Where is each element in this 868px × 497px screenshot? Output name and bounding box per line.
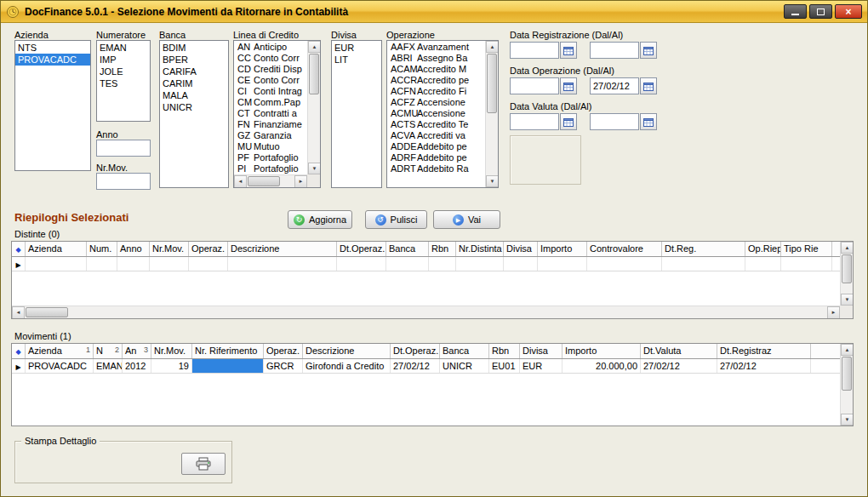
horizontal-scrollbar[interactable]: ◄ ► — [12, 306, 840, 318]
column-header[interactable]: Dt.Reg. — [662, 242, 745, 256]
scroll-down-button[interactable]: ▼ — [486, 175, 499, 187]
table-cell[interactable] — [456, 257, 504, 271]
list-item[interactable]: TES — [97, 77, 150, 89]
column-header[interactable]: Divisa — [520, 344, 562, 358]
column-header[interactable]: Op.Riep. — [745, 242, 781, 256]
data-registrazione-al-input[interactable] — [590, 42, 639, 59]
table-cell[interactable] — [429, 257, 456, 271]
scroll-up-button[interactable]: ▲ — [486, 41, 499, 53]
list-item[interactable]: ACFNAccredito Fi — [388, 86, 484, 97]
column-header[interactable]: Tipo Rie — [781, 242, 832, 256]
data-valuta-dal-input[interactable] — [510, 113, 559, 130]
column-header[interactable]: Divisa — [504, 242, 538, 256]
data-operazione-dal-input[interactable] — [510, 77, 559, 94]
list-item[interactable]: CTContratti a — [235, 108, 306, 119]
scroll-left-button[interactable]: ◄ — [234, 175, 247, 188]
scroll-down-button[interactable]: ▼ — [841, 294, 854, 306]
table-cell[interactable] — [150, 257, 189, 271]
table-cell[interactable]: GRCR — [264, 359, 303, 373]
operazione-listbox[interactable]: AAFXAvanzament ABRIAssegno Ba ACAMAccred… — [386, 40, 499, 188]
column-header[interactable]: Operaz. — [264, 344, 303, 358]
column-header[interactable]: Dt.Registraz — [717, 344, 811, 358]
table-cell[interactable]: Girofondi a Credito — [303, 359, 391, 373]
list-item[interactable]: UNICR — [160, 101, 228, 113]
table-row[interactable]: ▶ PROVACADC EMAN 2012 19 GRCR Girofondi … — [12, 359, 840, 374]
column-header[interactable]: Operaz. — [189, 242, 228, 256]
table-cell[interactable] — [189, 257, 228, 271]
table-cell[interactable]: 19 — [151, 359, 192, 373]
nr-mov-input[interactable] — [96, 173, 151, 190]
column-header[interactable]: Importo — [562, 344, 641, 358]
data-operazione-al-input[interactable] — [590, 77, 639, 94]
column-header[interactable]: Nr.Distinta — [456, 242, 504, 256]
table-cell[interactable]: EMAN — [94, 359, 123, 373]
table-cell[interactable]: 27/02/12 — [391, 359, 440, 373]
column-header[interactable]: Nr. Riferimento — [192, 344, 264, 358]
table-cell[interactable] — [386, 257, 429, 271]
column-header[interactable]: Dt.Valuta — [641, 344, 717, 358]
list-item[interactable]: IMP — [97, 54, 150, 66]
banca-listbox[interactable]: BDIM BPER CARIFA CARIM MALA UNICR — [159, 40, 229, 188]
list-item[interactable]: AAFXAvanzament — [388, 42, 484, 53]
vertical-scrollbar[interactable]: ▲ ▼ — [840, 242, 853, 306]
table-cell-selected[interactable] — [192, 359, 264, 373]
column-header[interactable]: Num. — [87, 242, 117, 256]
list-item[interactable]: ACAMAccredito M — [388, 64, 484, 75]
scroll-left-button[interactable]: ◄ — [12, 306, 25, 319]
vai-button[interactable]: ▶ Vai — [433, 210, 500, 229]
data-operazione-al-calendar-button[interactable] — [640, 77, 657, 94]
list-item[interactable]: PFPortafoglio — [235, 152, 306, 163]
minimize-button[interactable] — [784, 4, 807, 19]
table-cell[interactable]: EU01 — [489, 359, 520, 373]
column-header[interactable]: An3 — [123, 344, 151, 358]
scrollbar-thumb[interactable] — [842, 357, 852, 391]
vertical-scrollbar[interactable]: ▲ ▼ — [485, 41, 498, 187]
scrollbar-thumb[interactable] — [487, 54, 497, 113]
column-header[interactable]: Nr.Mov. — [150, 242, 189, 256]
list-item[interactable]: JOLE — [97, 66, 150, 77]
column-header[interactable]: N2 — [94, 344, 123, 358]
table-cell[interactable]: EUR — [520, 359, 562, 373]
data-valuta-dal-calendar-button[interactable] — [560, 113, 577, 130]
table-cell[interactable] — [587, 257, 662, 271]
data-valuta-al-calendar-button[interactable] — [640, 113, 657, 130]
list-item-selected[interactable]: PROVACADC — [15, 54, 90, 66]
table-cell[interactable]: 2012 — [123, 359, 151, 373]
table-cell[interactable] — [781, 257, 832, 271]
azienda-listbox[interactable]: NTS PROVACADC — [14, 40, 91, 171]
scrollbar-thumb[interactable] — [842, 254, 852, 283]
table-cell[interactable] — [117, 257, 150, 271]
scroll-right-button[interactable]: ► — [827, 306, 840, 319]
scroll-right-button[interactable]: ► — [294, 175, 307, 188]
print-button[interactable] — [181, 453, 226, 475]
column-header[interactable]: Descrizione — [228, 242, 337, 256]
column-header[interactable]: Rbn — [429, 242, 456, 256]
list-item[interactable]: CEConto Corr — [235, 75, 306, 86]
table-cell[interactable] — [504, 257, 538, 271]
table-cell[interactable] — [228, 257, 337, 271]
table-cell[interactable]: PROVACADC — [26, 359, 94, 373]
data-operazione-dal-calendar-button[interactable] — [560, 77, 577, 94]
scroll-up-button[interactable]: ▲ — [841, 344, 854, 356]
table-cell[interactable] — [337, 257, 386, 271]
list-item[interactable]: FNFinanziame — [235, 119, 306, 130]
list-item[interactable]: ADRFAddebito pe — [388, 152, 484, 163]
column-header[interactable]: Banca — [440, 344, 489, 358]
aggiorna-button[interactable]: ↻ Aggiorna — [288, 210, 352, 229]
column-header[interactable]: Descrizione — [303, 344, 391, 358]
list-item[interactable]: ABRIAssegno Ba — [388, 53, 484, 64]
list-item[interactable]: EUR — [332, 42, 381, 54]
list-item[interactable]: ACFZAccensione — [388, 97, 484, 108]
list-item[interactable]: ANAnticipo — [235, 42, 306, 53]
data-valuta-al-input[interactable] — [590, 113, 639, 130]
column-header[interactable]: Dt.Operaz. — [391, 344, 440, 358]
list-item[interactable]: CARIFA — [160, 66, 228, 77]
horizontal-scrollbar[interactable]: ◄ ► — [234, 174, 307, 187]
list-item[interactable]: LIT — [332, 54, 381, 66]
list-item[interactable]: ACVAAccrediti va — [388, 130, 484, 141]
column-header[interactable]: Controvalore — [587, 242, 662, 256]
table-cell[interactable] — [87, 257, 117, 271]
list-item[interactable]: PIPortafoglio — [235, 163, 306, 174]
data-registrazione-dal-calendar-button[interactable] — [560, 42, 577, 59]
table-cell[interactable]: UNICR — [440, 359, 489, 373]
